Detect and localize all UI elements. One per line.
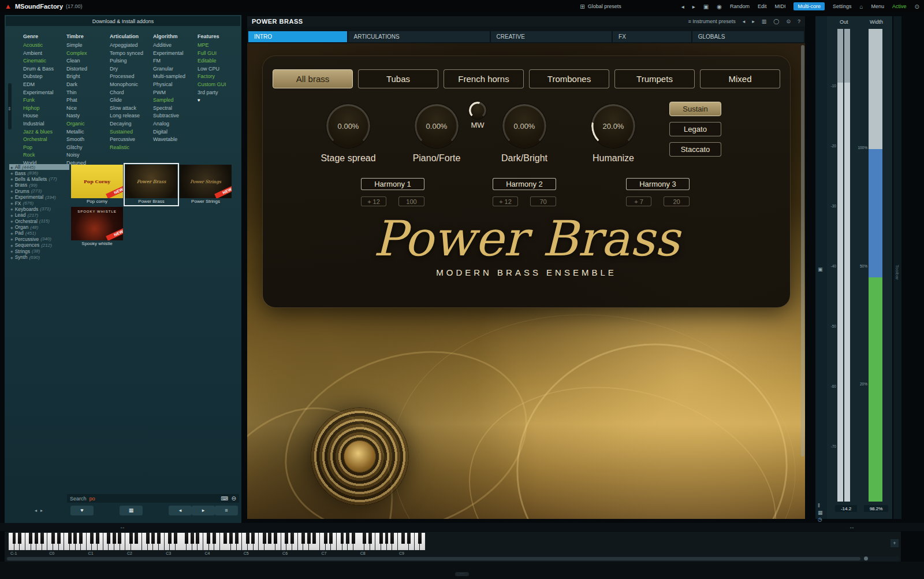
harmony-button[interactable]: Harmony 3	[626, 178, 690, 190]
tag-item[interactable]: Physical	[153, 81, 196, 89]
section-button[interactable]: Tubas	[358, 69, 438, 88]
tag-item[interactable]: Glitchy	[66, 144, 109, 152]
tag-item[interactable]: ♥	[198, 96, 240, 105]
active-status[interactable]: Active	[892, 3, 907, 9]
tag-item[interactable]: Analog	[153, 120, 196, 128]
tag-item[interactable]: Clean	[66, 57, 109, 65]
black-key[interactable]	[213, 533, 216, 544]
preset-thumbnail[interactable]: Pop Corny NEW Pop corny	[70, 164, 124, 205]
tag-item[interactable]: Low CPU	[198, 65, 240, 73]
tag-item[interactable]: Cinematic	[23, 57, 66, 65]
tag-item[interactable]: Dark	[66, 81, 109, 89]
black-key[interactable]	[368, 533, 372, 544]
clear-search-icon[interactable]: ⊖	[232, 495, 236, 502]
harmony-amount-chip[interactable]: 100	[398, 196, 424, 206]
tag-item[interactable]: Monophonic	[110, 81, 152, 89]
tag-item[interactable]: Spectral	[153, 105, 196, 113]
harmony-interval-chip[interactable]: + 7	[626, 196, 651, 206]
tag-item[interactable]: Thin	[66, 89, 109, 97]
black-key[interactable]	[29, 533, 32, 544]
black-key[interactable]	[129, 533, 133, 544]
keyboard-icon[interactable]: ⌨	[221, 496, 229, 502]
titlebar-menu-item[interactable]: Multi-core	[793, 2, 825, 10]
black-key[interactable]	[40, 533, 44, 544]
titlebar-menu-item[interactable]: Settings	[833, 3, 852, 9]
black-key[interactable]	[363, 533, 366, 544]
tree-item[interactable]: ◈ Organ (48)	[9, 224, 69, 230]
search-input[interactable]	[90, 496, 193, 502]
black-key[interactable]	[118, 533, 121, 544]
ab-compare-icon[interactable]: ◯	[773, 18, 779, 24]
black-key[interactable]	[324, 533, 327, 544]
toolbar-strip[interactable]: Toolbar	[893, 16, 901, 519]
tag-item[interactable]: Rock	[23, 151, 66, 159]
tree-item[interactable]: ◈ Percussive (340)	[9, 236, 69, 242]
tab[interactable]: ARTICULATIONS	[348, 31, 490, 42]
black-key[interactable]	[263, 533, 266, 544]
tag-item[interactable]: Pop	[23, 144, 66, 152]
page-prev-icon[interactable]: ◂	[35, 508, 37, 513]
tag-item[interactable]: Complex	[66, 50, 109, 58]
black-key[interactable]	[79, 533, 83, 544]
tag-item[interactable]: Custom GUI	[198, 81, 240, 89]
tag-item[interactable]: FM	[153, 57, 196, 65]
black-key[interactable]	[107, 533, 110, 544]
black-key[interactable]	[274, 533, 277, 544]
black-key[interactable]	[57, 533, 61, 544]
keyboard-scroll-thumb[interactable]	[7, 557, 860, 561]
tag-item[interactable]: Ambient	[23, 50, 66, 58]
clock-icon[interactable]: ◷	[818, 517, 822, 522]
preset-thumbnail[interactable]: Power Strings NEW Power Strings	[179, 164, 232, 205]
black-key[interactable]	[185, 533, 188, 544]
black-key[interactable]	[352, 533, 355, 544]
tag-item[interactable]: Realistic	[110, 144, 152, 152]
grid-small-icon[interactable]: ▦	[818, 510, 823, 515]
tab[interactable]: CREATIVE	[491, 31, 612, 42]
articulation-button[interactable]: Staccato	[669, 142, 721, 157]
tag-item[interactable]: PWM	[153, 89, 196, 97]
tree-item[interactable]: ◈ Pad (451)	[9, 230, 69, 236]
black-key[interactable]	[301, 533, 305, 544]
window-icon[interactable]: ▣	[703, 3, 709, 10]
tag-item[interactable]: Processed	[110, 73, 152, 81]
tag-item[interactable]: Tempo synced	[110, 50, 152, 58]
tag-item[interactable]: Phat	[66, 96, 109, 105]
tag-item[interactable]: Granular	[153, 65, 196, 73]
resize-grip[interactable]: ···	[455, 572, 469, 576]
black-key[interactable]	[96, 533, 99, 544]
tag-item[interactable]: Editable	[198, 57, 240, 65]
instrument-presets-button[interactable]: ≡ Instrument presets	[688, 18, 735, 24]
list-view-button[interactable]: ≡	[215, 506, 238, 515]
favorites-button[interactable]: ♥	[70, 506, 94, 515]
section-button[interactable]: All brass	[273, 69, 353, 88]
knob-dial[interactable]: 0.00%	[326, 104, 370, 148]
section-button[interactable]: French horns	[444, 69, 524, 88]
tag-item[interactable]: Slow attack	[110, 105, 152, 113]
titlebar-menu-item[interactable]: Random	[730, 3, 750, 9]
help-icon[interactable]: ?	[798, 18, 800, 24]
meter-window-icon[interactable]: ▣	[818, 266, 823, 272]
tree-item[interactable]: ◈ Experimental (194)	[9, 194, 69, 200]
tag-item[interactable]: Jazz & blues	[23, 128, 66, 136]
black-key[interactable]	[207, 533, 210, 544]
titlebar-menu-item[interactable]: MIDI	[774, 3, 785, 9]
tree-item[interactable]: ◈ FX (676)	[9, 200, 69, 206]
tag-item[interactable]: Nasty	[66, 112, 109, 120]
tag-item[interactable]: Dubstep	[23, 73, 66, 81]
black-key[interactable]	[18, 533, 21, 544]
tag-item[interactable]: Percussive	[110, 136, 152, 144]
global-presets-button[interactable]: ⊞ Global presets	[580, 3, 621, 10]
tree-item[interactable]: ◈ Keyboards (371)	[9, 206, 69, 212]
black-key[interactable]	[390, 533, 394, 544]
black-key[interactable]	[246, 533, 249, 544]
tag-item[interactable]: Long release	[110, 112, 152, 120]
titlebar-menu-item[interactable]: Edit	[758, 3, 767, 9]
tree-item[interactable]: ◈ Synth (690)	[9, 254, 69, 260]
black-key[interactable]	[90, 533, 94, 544]
tree-item[interactable]: ◈ Brass (99)	[9, 182, 69, 188]
tag-item[interactable]: Metallic	[66, 128, 109, 136]
thumbnail-view-button[interactable]: ▦	[120, 506, 143, 515]
power-icon[interactable]: ⊙	[915, 3, 919, 10]
knob[interactable]: 0.00% Dark/Bright	[481, 104, 568, 164]
black-key[interactable]	[307, 533, 311, 544]
